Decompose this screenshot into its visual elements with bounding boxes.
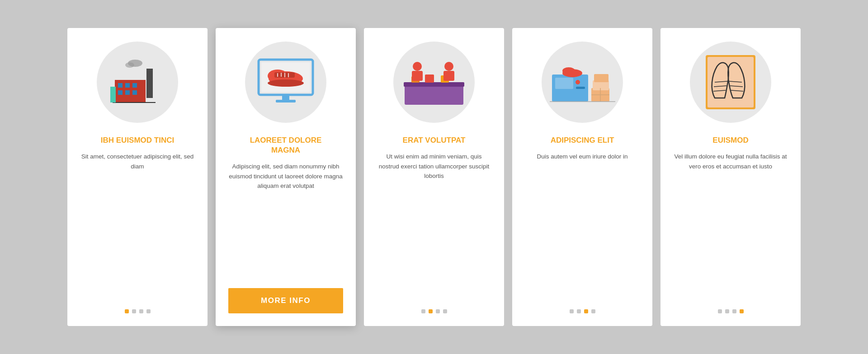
card-3-body: Ut wisi enim ad minim veniam, quis nostr… [377,152,491,298]
card-4-icon-circle [542,42,623,123]
dot [421,309,425,313]
card-5-body: Vel illum dolore eu feugiat nulla facili… [673,152,788,298]
svg-rect-24 [405,84,463,105]
svg-rect-2 [146,69,153,98]
card-3: ERAT VOLUTPAT Ut wisi enim ad minim veni… [364,28,504,326]
monitor-shoe-icon [254,55,317,109]
svg-rect-4 [118,83,123,88]
card-5: EUISMOD Vel illum dolore eu feugiat null… [660,28,801,326]
svg-rect-6 [132,83,137,88]
card-3-title: ERAT VOLUTPAT [403,135,466,145]
svg-rect-9 [132,90,137,95]
card-4: ADIPISCING ELIT Duis autem vel eum iriur… [512,28,652,326]
dot [725,309,729,313]
svg-point-16 [268,79,304,87]
card-1-dots [125,309,151,313]
svg-rect-8 [125,90,130,95]
svg-point-29 [413,62,422,71]
dot [577,309,581,313]
dot [139,309,143,313]
card-2-icon-circle [245,42,326,123]
card-5-icon-circle [690,42,771,123]
dot [718,309,722,313]
dot [591,309,595,313]
card-2-body: Adipiscing elit, sed diam nonummy nibh e… [228,162,343,277]
card-2: LAOREET DOLORE MAGNA Adipiscing elit, se… [216,28,356,326]
svg-point-31 [444,62,453,71]
svg-point-35 [576,80,580,84]
machine-boxes-icon [550,54,615,111]
shop-counter-icon [400,53,468,112]
card-3-dots [421,309,447,313]
factory-icon [108,55,167,109]
card-3-icon-circle [393,42,475,123]
sole-pattern-icon [701,53,760,112]
svg-rect-7 [118,90,123,95]
svg-rect-32 [443,71,454,81]
svg-point-38 [562,67,575,75]
svg-rect-27 [425,75,434,83]
card-4-dots [570,309,595,313]
card-1-title: IBH EUISMOD TINCI [101,135,174,145]
card-1: IBH EUISMOD TINCI Sit amet, consectetuer… [67,28,208,326]
svg-point-1 [125,62,134,68]
dot [570,309,574,313]
card-5-title: EUISMOD [712,135,748,145]
more-info-button[interactable]: MORE INFO [228,288,343,313]
dot-active [125,309,129,313]
card-5-dots [718,309,744,313]
svg-rect-11 [110,87,116,102]
dot-active [584,309,588,313]
svg-rect-41 [594,74,609,82]
dot [732,309,736,313]
svg-rect-36 [576,87,585,89]
dot [443,309,447,313]
svg-rect-22 [282,95,289,100]
svg-rect-34 [555,78,573,89]
cards-container: IBH EUISMOD TINCI Sit amet, consectetuer… [40,10,828,344]
dot [436,309,440,313]
dot-active [429,309,433,313]
svg-rect-5 [125,83,130,88]
dot [146,309,151,313]
card-4-body: Duis autem vel eum iriure dolor in [537,152,627,298]
dot [132,309,136,313]
svg-rect-23 [276,100,296,102]
svg-rect-25 [404,82,464,87]
card-4-title: ADIPISCING ELIT [551,135,614,145]
card-1-body: Sit amet, consectetuer adipiscing elit, … [80,152,195,298]
svg-rect-30 [412,71,423,81]
dot-active [740,309,744,313]
card-1-icon-circle [97,42,178,123]
card-2-title: LAOREET DOLORE MAGNA [250,135,322,155]
